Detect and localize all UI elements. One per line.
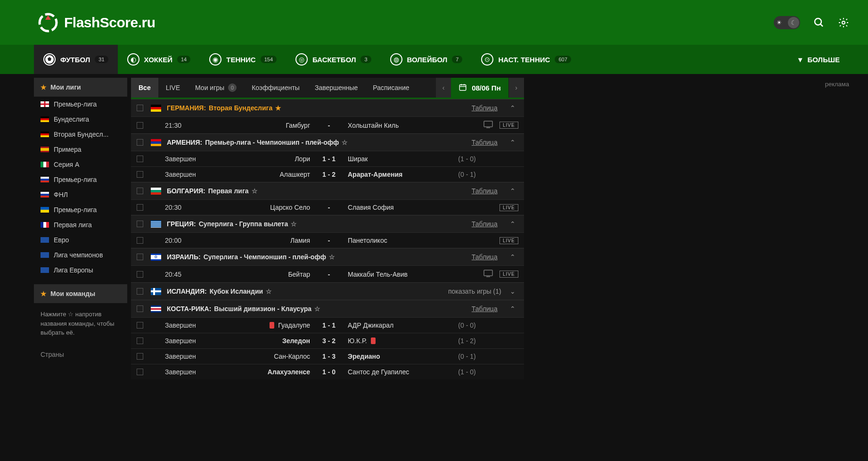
more-button[interactable]: ▼ БОЛЬШЕ: [787, 45, 849, 74]
home-team: Сан-Карлос: [207, 353, 316, 360]
my-leagues-header[interactable]: ★ Мои лиги: [34, 78, 127, 97]
star-icon[interactable]: ☆: [342, 139, 348, 146]
checkbox[interactable]: [137, 369, 143, 375]
star-icon[interactable]: ☆: [314, 305, 320, 313]
tv-icon[interactable]: [483, 121, 493, 130]
checkbox[interactable]: [137, 254, 143, 260]
match-time: Завершен: [151, 337, 207, 345]
checkbox[interactable]: [137, 288, 143, 295]
checkbox[interactable]: [137, 322, 143, 329]
competition-title[interactable]: ГРЕЦИЯ: Суперлига - Группа вылета ☆: [167, 220, 472, 228]
table-link[interactable]: Таблица: [472, 104, 498, 112]
table-link[interactable]: Таблица: [472, 139, 498, 146]
checkbox[interactable]: [137, 156, 143, 162]
star-icon[interactable]: ☆: [291, 220, 297, 228]
league-item[interactable]: Серия А: [34, 157, 127, 172]
checkbox[interactable]: [137, 271, 143, 278]
star-icon[interactable]: ☆: [252, 187, 258, 195]
chevron-down-icon[interactable]: ⌄: [507, 288, 518, 295]
chevron-up-icon[interactable]: ⌃: [507, 187, 518, 195]
star-icon[interactable]: ☆: [329, 253, 335, 261]
filter-tab-Мои игры[interactable]: Мои игры0: [188, 78, 244, 98]
star-icon[interactable]: ☆: [266, 288, 272, 295]
sport-tab-баскетбол[interactable]: ◎БАСКЕТБОЛ3: [286, 45, 381, 74]
chevron-up-icon[interactable]: ⌃: [507, 305, 518, 313]
sport-tab-хоккей[interactable]: ◐ХОККЕЙ14: [118, 45, 200, 74]
match-row[interactable]: Завершен Зеледон 3 - 2 Ю.К.Р. (1 - 2): [131, 333, 524, 348]
date-next[interactable]: ›: [509, 78, 524, 98]
filter-tab-Все[interactable]: Все: [131, 78, 158, 98]
gear-icon[interactable]: [838, 17, 849, 28]
league-item[interactable]: Премьер-лига: [34, 172, 127, 187]
competition-title[interactable]: АРМЕНИЯ: Премьер-лига - Чемпионшип - пле…: [167, 139, 472, 146]
competition-title[interactable]: ИЗРАИЛЬ: Суперлига - Чемпионшип - плей-о…: [167, 253, 472, 261]
checkbox[interactable]: [137, 188, 143, 194]
filter-tab-LIVE[interactable]: LIVE: [158, 78, 188, 98]
checkbox[interactable]: [137, 353, 143, 360]
chevron-up-icon[interactable]: ⌃: [507, 220, 518, 228]
match-row[interactable]: Завершен Алашкерт 1 - 2 Арарат-Армения (…: [131, 166, 524, 182]
table-link[interactable]: Таблица: [472, 220, 498, 228]
competition-title[interactable]: ИСЛАНДИЯ: Кубок Исландии ☆: [167, 288, 448, 295]
competition-title[interactable]: ГЕРМАНИЯ: Вторая Бундеслига ★: [167, 104, 472, 112]
table-link[interactable]: Таблица: [472, 305, 498, 313]
filter-tab-Завершенные[interactable]: Завершенные: [307, 78, 365, 98]
star-icon[interactable]: ★: [275, 104, 281, 112]
svg-point-2: [815, 18, 821, 25]
checkbox[interactable]: [137, 171, 143, 178]
checkbox[interactable]: [137, 338, 143, 344]
chevron-up-icon[interactable]: ⌃: [507, 253, 518, 261]
league-item[interactable]: Первая лига: [34, 217, 127, 232]
match-row[interactable]: 20:00 Ламия - Панетоликос LIVE: [131, 232, 524, 248]
match-row[interactable]: 21:30 Гамбург - Хольштайн Киль LIVE: [131, 116, 524, 133]
league-item[interactable]: Лига Европы: [34, 263, 127, 278]
sport-tab-теннис[interactable]: ◉ТЕННИС154: [200, 45, 286, 74]
live-badge[interactable]: LIVE: [500, 204, 518, 211]
league-item[interactable]: Лига чемпионов: [34, 247, 127, 263]
filter-tab-Коэффициенты[interactable]: Коэффициенты: [244, 78, 307, 98]
chevron-up-icon[interactable]: ⌃: [507, 139, 518, 146]
sport-tab-наст. теннис[interactable]: ⊙НАСТ. ТЕННИС607: [472, 45, 580, 74]
match-row[interactable]: Завершен Сан-Карлос 1 - 3 Эредиано (0 - …: [131, 348, 524, 364]
filter-badge: 0: [228, 83, 237, 92]
chevron-up-icon[interactable]: ⌃: [507, 104, 518, 112]
match-row[interactable]: Завершен Гуадалупе 1 - 1 АДР Джикарал (0…: [131, 317, 524, 333]
checkbox[interactable]: [137, 139, 143, 146]
live-badge[interactable]: LIVE: [500, 122, 518, 129]
theme-toggle[interactable]: ☀ ☾: [774, 16, 800, 29]
match-row[interactable]: Завершен Лори 1 - 1 Ширак (1 - 0): [131, 151, 524, 166]
date-prev[interactable]: ‹: [436, 78, 451, 98]
tv-icon[interactable]: [483, 270, 493, 279]
match-row[interactable]: Завершен Алахуэленсе 1 - 0 Сантос де Гуа…: [131, 364, 524, 379]
league-item[interactable]: Примера: [34, 142, 127, 157]
league-item[interactable]: ФНЛ: [34, 187, 127, 202]
checkbox[interactable]: [137, 305, 143, 312]
countries-header[interactable]: Страны: [34, 344, 127, 360]
my-teams-header[interactable]: ★ Мои команды: [34, 284, 127, 303]
match-row[interactable]: 20:30 Царско Село - Славия София LIVE: [131, 199, 524, 215]
search-icon[interactable]: [813, 17, 825, 28]
league-item[interactable]: Премьер-лига: [34, 97, 127, 112]
live-badge[interactable]: LIVE: [500, 237, 518, 244]
competition-title[interactable]: КОСТА-РИКА: Высший дивизион - Клаусура ☆: [167, 305, 472, 313]
competition-title[interactable]: БОЛГАРИЯ: Первая лига ☆: [167, 187, 472, 195]
logo[interactable]: FlashScore.ru: [38, 12, 156, 33]
match-row[interactable]: 20:45 Бейтар - Маккаби Тель-Авив LIVE: [131, 265, 524, 282]
sport-tab-волейбол[interactable]: ◍ВОЛЕЙБОЛ7: [381, 45, 472, 74]
league-item[interactable]: Вторая Бундесл...: [34, 127, 127, 142]
checkbox[interactable]: [137, 221, 143, 227]
checkbox[interactable]: [137, 122, 143, 129]
league-item[interactable]: Евро: [34, 232, 127, 247]
checkbox[interactable]: [137, 105, 143, 111]
checkbox[interactable]: [137, 204, 143, 211]
filter-tab-Расписание[interactable]: Расписание: [365, 78, 417, 98]
live-badge[interactable]: LIVE: [500, 271, 518, 278]
league-item[interactable]: Премьер-лига: [34, 202, 127, 217]
show-games-link[interactable]: показать игры (1): [448, 288, 501, 295]
date-display[interactable]: 08/06 Пн: [451, 78, 508, 98]
table-link[interactable]: Таблица: [472, 187, 498, 195]
league-item[interactable]: Бундеслига: [34, 112, 127, 127]
checkbox[interactable]: [137, 237, 143, 244]
sport-tab-футбол[interactable]: ФУТБОЛ31: [34, 45, 118, 74]
table-link[interactable]: Таблица: [472, 253, 498, 261]
